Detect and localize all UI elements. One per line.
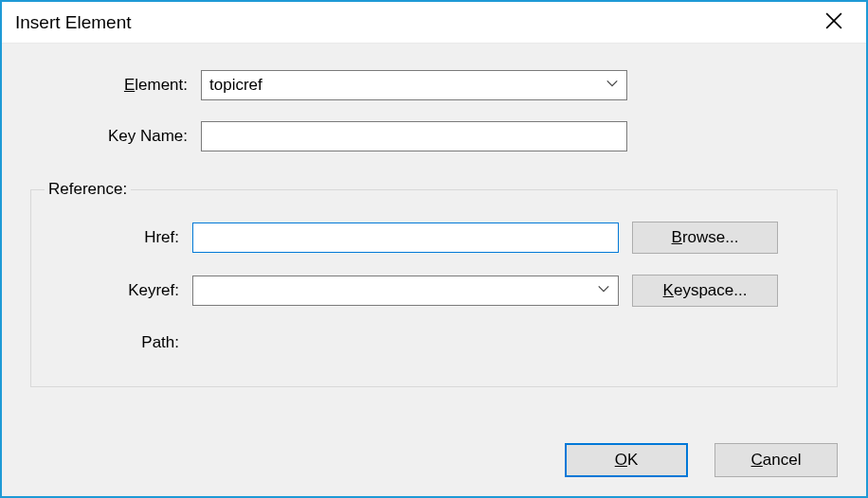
close-button[interactable] (815, 4, 853, 42)
href-row: Href: Browse... (41, 222, 818, 254)
reference-group: Reference: Href: Browse... Keyref: Keysp… (30, 180, 838, 387)
keyname-row: Key Name: (30, 121, 838, 151)
dialog-window: Insert Element Element: topicref Key Nam… (0, 0, 868, 498)
cancel-button[interactable]: Cancel (714, 443, 838, 477)
path-value (192, 328, 619, 358)
element-combo-value: topicref (209, 76, 262, 95)
path-label: Path: (41, 333, 192, 352)
dialog-content: Element: topicref Key Name: Reference: H… (2, 44, 866, 496)
keyref-combo[interactable] (192, 276, 619, 306)
reference-legend: Reference: (45, 180, 131, 199)
browse-button[interactable]: Browse... (632, 222, 778, 254)
element-label: Element: (30, 76, 201, 95)
href-label: Href: (41, 228, 192, 247)
element-row: Element: topicref (30, 70, 838, 100)
keyname-input[interactable] (201, 121, 627, 151)
keyname-label: Key Name: (30, 127, 201, 146)
chevron-down-icon (606, 76, 619, 95)
keyref-row: Keyref: Keyspace... (41, 275, 818, 307)
dialog-title: Insert Element (15, 12, 132, 33)
path-row: Path: (41, 328, 818, 358)
keyspace-button[interactable]: Keyspace... (632, 275, 778, 307)
chevron-down-icon (597, 281, 610, 300)
ok-button[interactable]: OK (565, 443, 688, 477)
dialog-button-row: OK Cancel (30, 420, 838, 477)
titlebar: Insert Element (2, 2, 866, 44)
href-input[interactable] (192, 222, 619, 253)
keyref-label: Keyref: (41, 281, 192, 300)
element-combo[interactable]: topicref (201, 70, 627, 100)
close-icon (825, 12, 842, 32)
